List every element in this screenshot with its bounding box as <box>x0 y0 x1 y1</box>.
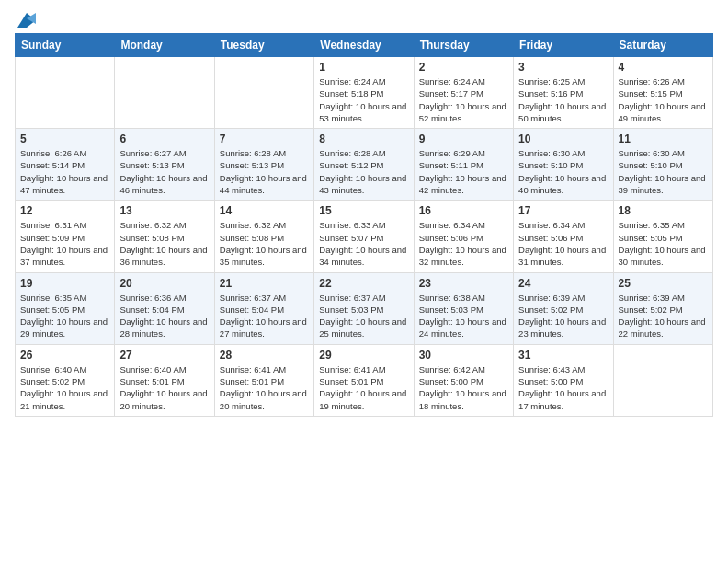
calendar-cell: 22Sunrise: 6:37 AM Sunset: 5:03 PM Dayli… <box>314 272 414 344</box>
calendar-table: SundayMondayTuesdayWednesdayThursdayFrid… <box>15 33 713 417</box>
day-info: Sunrise: 6:29 AM Sunset: 5:11 PM Dayligh… <box>419 147 508 196</box>
day-header-sunday: Sunday <box>16 34 115 57</box>
day-number: 4 <box>619 61 708 74</box>
day-number: 16 <box>419 204 508 217</box>
calendar-cell: 30Sunrise: 6:42 AM Sunset: 5:00 PM Dayli… <box>414 344 513 416</box>
day-header-saturday: Saturday <box>613 34 712 57</box>
day-info: Sunrise: 6:37 AM Sunset: 5:04 PM Dayligh… <box>220 292 309 340</box>
day-info: Sunrise: 6:39 AM Sunset: 5:02 PM Dayligh… <box>619 292 708 340</box>
day-number: 31 <box>518 349 608 362</box>
calendar-cell <box>115 57 214 129</box>
day-number: 29 <box>319 349 408 362</box>
day-info: Sunrise: 6:34 AM Sunset: 5:06 PM Dayligh… <box>518 219 608 268</box>
day-number: 5 <box>20 132 109 145</box>
calendar-cell: 10Sunrise: 6:30 AM Sunset: 5:10 PM Dayli… <box>514 129 613 201</box>
calendar-cell: 5Sunrise: 6:26 AM Sunset: 5:14 PM Daylig… <box>16 129 115 201</box>
calendar-cell: 27Sunrise: 6:40 AM Sunset: 5:01 PM Dayli… <box>115 344 214 416</box>
day-info: Sunrise: 6:30 AM Sunset: 5:10 PM Dayligh… <box>518 147 608 196</box>
day-number: 8 <box>319 132 408 145</box>
day-number: 27 <box>119 349 209 362</box>
day-number: 14 <box>220 204 309 217</box>
calendar-cell: 7Sunrise: 6:28 AM Sunset: 5:13 PM Daylig… <box>214 129 313 201</box>
day-info: Sunrise: 6:39 AM Sunset: 5:02 PM Dayligh… <box>518 292 608 340</box>
calendar-week-4: 19Sunrise: 6:35 AM Sunset: 5:05 PM Dayli… <box>16 272 713 344</box>
day-info: Sunrise: 6:30 AM Sunset: 5:10 PM Dayligh… <box>619 147 708 196</box>
logo <box>15 15 36 28</box>
day-number: 26 <box>20 349 109 362</box>
day-info: Sunrise: 6:37 AM Sunset: 5:03 PM Dayligh… <box>319 292 408 340</box>
day-number: 24 <box>518 277 608 290</box>
calendar-cell: 31Sunrise: 6:43 AM Sunset: 5:00 PM Dayli… <box>514 344 613 416</box>
day-info: Sunrise: 6:24 AM Sunset: 5:18 PM Dayligh… <box>319 75 408 124</box>
calendar-cell <box>613 344 712 416</box>
day-number: 28 <box>220 349 309 362</box>
day-info: Sunrise: 6:33 AM Sunset: 5:07 PM Dayligh… <box>319 219 408 268</box>
day-info: Sunrise: 6:25 AM Sunset: 5:16 PM Dayligh… <box>518 75 608 124</box>
day-info: Sunrise: 6:24 AM Sunset: 5:17 PM Dayligh… <box>419 75 508 124</box>
calendar-cell: 26Sunrise: 6:40 AM Sunset: 5:02 PM Dayli… <box>16 344 115 416</box>
day-info: Sunrise: 6:28 AM Sunset: 5:13 PM Dayligh… <box>220 147 309 196</box>
day-number: 13 <box>119 204 209 217</box>
calendar-cell: 1Sunrise: 6:24 AM Sunset: 5:18 PM Daylig… <box>314 57 414 129</box>
day-header-monday: Monday <box>115 34 214 57</box>
calendar-cell: 11Sunrise: 6:30 AM Sunset: 5:10 PM Dayli… <box>613 129 712 201</box>
day-header-thursday: Thursday <box>414 34 513 57</box>
day-info: Sunrise: 6:41 AM Sunset: 5:01 PM Dayligh… <box>319 363 408 412</box>
day-info: Sunrise: 6:32 AM Sunset: 5:08 PM Dayligh… <box>220 219 309 268</box>
calendar-week-3: 12Sunrise: 6:31 AM Sunset: 5:09 PM Dayli… <box>16 201 713 272</box>
day-info: Sunrise: 6:40 AM Sunset: 5:01 PM Dayligh… <box>119 363 209 412</box>
day-info: Sunrise: 6:26 AM Sunset: 5:14 PM Dayligh… <box>20 147 109 196</box>
day-header-wednesday: Wednesday <box>314 34 414 57</box>
calendar-cell: 9Sunrise: 6:29 AM Sunset: 5:11 PM Daylig… <box>414 129 513 201</box>
day-number: 30 <box>419 349 508 362</box>
day-number: 23 <box>419 277 508 290</box>
day-number: 3 <box>518 61 608 74</box>
day-info: Sunrise: 6:28 AM Sunset: 5:12 PM Dayligh… <box>319 147 408 196</box>
day-number: 11 <box>619 132 708 145</box>
calendar-week-5: 26Sunrise: 6:40 AM Sunset: 5:02 PM Dayli… <box>16 344 713 416</box>
calendar-cell: 21Sunrise: 6:37 AM Sunset: 5:04 PM Dayli… <box>214 272 313 344</box>
day-number: 2 <box>419 61 508 74</box>
day-number: 1 <box>319 61 408 74</box>
logo-icon <box>17 13 36 28</box>
day-info: Sunrise: 6:38 AM Sunset: 5:03 PM Dayligh… <box>419 292 508 340</box>
calendar-cell: 29Sunrise: 6:41 AM Sunset: 5:01 PM Dayli… <box>314 344 414 416</box>
day-info: Sunrise: 6:42 AM Sunset: 5:00 PM Dayligh… <box>419 363 508 412</box>
day-number: 9 <box>419 132 508 145</box>
day-info: Sunrise: 6:32 AM Sunset: 5:08 PM Dayligh… <box>119 219 209 268</box>
calendar-cell: 13Sunrise: 6:32 AM Sunset: 5:08 PM Dayli… <box>115 201 214 272</box>
day-header-tuesday: Tuesday <box>214 34 313 57</box>
calendar-cell: 15Sunrise: 6:33 AM Sunset: 5:07 PM Dayli… <box>314 201 414 272</box>
day-number: 19 <box>20 277 109 290</box>
calendar-cell: 28Sunrise: 6:41 AM Sunset: 5:01 PM Dayli… <box>214 344 313 416</box>
calendar-cell: 14Sunrise: 6:32 AM Sunset: 5:08 PM Dayli… <box>214 201 313 272</box>
day-number: 18 <box>619 204 708 217</box>
calendar-cell <box>16 57 115 129</box>
day-info: Sunrise: 6:31 AM Sunset: 5:09 PM Dayligh… <box>20 219 109 268</box>
calendar-cell: 16Sunrise: 6:34 AM Sunset: 5:06 PM Dayli… <box>414 201 513 272</box>
calendar-week-2: 5Sunrise: 6:26 AM Sunset: 5:14 PM Daylig… <box>16 129 713 201</box>
day-info: Sunrise: 6:35 AM Sunset: 5:05 PM Dayligh… <box>20 292 109 340</box>
day-info: Sunrise: 6:35 AM Sunset: 5:05 PM Dayligh… <box>619 219 708 268</box>
day-number: 15 <box>319 204 408 217</box>
calendar-week-1: 1Sunrise: 6:24 AM Sunset: 5:18 PM Daylig… <box>16 57 713 129</box>
day-info: Sunrise: 6:26 AM Sunset: 5:15 PM Dayligh… <box>619 75 708 124</box>
day-info: Sunrise: 6:40 AM Sunset: 5:02 PM Dayligh… <box>20 363 109 412</box>
day-number: 20 <box>119 277 209 290</box>
day-number: 21 <box>220 277 309 290</box>
calendar-cell: 4Sunrise: 6:26 AM Sunset: 5:15 PM Daylig… <box>613 57 712 129</box>
day-info: Sunrise: 6:27 AM Sunset: 5:13 PM Dayligh… <box>119 147 209 196</box>
day-info: Sunrise: 6:34 AM Sunset: 5:06 PM Dayligh… <box>419 219 508 268</box>
calendar-cell: 24Sunrise: 6:39 AM Sunset: 5:02 PM Dayli… <box>514 272 613 344</box>
day-number: 25 <box>619 277 708 290</box>
calendar-cell: 20Sunrise: 6:36 AM Sunset: 5:04 PM Dayli… <box>115 272 214 344</box>
day-info: Sunrise: 6:41 AM Sunset: 5:01 PM Dayligh… <box>220 363 309 412</box>
calendar-cell: 19Sunrise: 6:35 AM Sunset: 5:05 PM Dayli… <box>16 272 115 344</box>
day-number: 22 <box>319 277 408 290</box>
calendar-cell: 8Sunrise: 6:28 AM Sunset: 5:12 PM Daylig… <box>314 129 414 201</box>
day-header-friday: Friday <box>514 34 613 57</box>
day-info: Sunrise: 6:36 AM Sunset: 5:04 PM Dayligh… <box>119 292 209 340</box>
calendar-cell: 12Sunrise: 6:31 AM Sunset: 5:09 PM Dayli… <box>16 201 115 272</box>
calendar-cell: 6Sunrise: 6:27 AM Sunset: 5:13 PM Daylig… <box>115 129 214 201</box>
day-number: 7 <box>220 132 309 145</box>
